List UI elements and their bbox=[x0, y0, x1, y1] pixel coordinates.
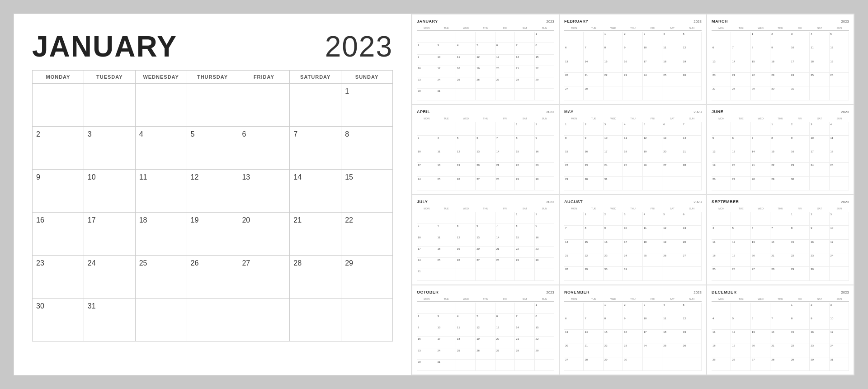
mini-day-cell[interactable]: 11 bbox=[456, 325, 476, 337]
mini-day-cell[interactable]: 22 bbox=[790, 253, 810, 267]
large-day-cell[interactable]: 27 bbox=[238, 256, 290, 299]
mini-day-cell[interactable]: 10 bbox=[790, 45, 810, 59]
large-day-cell[interactable]: 23 bbox=[33, 256, 84, 299]
mini-day-cell[interactable]: 2 bbox=[623, 303, 642, 316]
mini-day-cell[interactable]: 13 bbox=[662, 136, 682, 149]
mini-day-cell[interactable]: 31 bbox=[623, 267, 642, 280]
mini-day-cell[interactable]: 3 bbox=[790, 32, 810, 45]
mini-day-cell[interactable]: 4 bbox=[436, 136, 456, 149]
mini-day-cell[interactable]: 11 bbox=[643, 226, 662, 239]
large-day-cell[interactable]: 19 bbox=[187, 213, 239, 256]
mini-day-cell[interactable]: 13 bbox=[476, 235, 495, 247]
mini-day-cell[interactable]: 19 bbox=[476, 66, 495, 77]
mini-day-cell[interactable]: 9 bbox=[535, 223, 554, 235]
mini-day-cell[interactable]: 2 bbox=[535, 212, 554, 223]
mini-day-cell[interactable]: 14 bbox=[495, 235, 515, 247]
mini-day-cell[interactable]: 29 bbox=[535, 348, 554, 360]
mini-day-cell[interactable]: 24 bbox=[810, 163, 829, 176]
mini-day-cell[interactable]: 15 bbox=[751, 59, 770, 73]
mini-day-cell[interactable]: 3 bbox=[643, 32, 662, 45]
mini-day-cell[interactable]: 1 bbox=[584, 212, 603, 226]
large-day-cell[interactable]: 20 bbox=[238, 213, 290, 256]
mini-day-cell[interactable]: 27 bbox=[731, 177, 750, 190]
large-day-cell[interactable]: 1 bbox=[341, 84, 393, 127]
mini-day-cell[interactable]: 5 bbox=[662, 212, 682, 226]
mini-day-cell[interactable]: 16 bbox=[623, 330, 642, 343]
mini-day-cell[interactable]: 3 bbox=[830, 212, 849, 226]
mini-day-cell[interactable]: 27 bbox=[476, 258, 495, 269]
mini-day-cell[interactable]: 16 bbox=[535, 235, 554, 247]
mini-day-cell[interactable]: 22 bbox=[604, 343, 623, 357]
mini-day-cell[interactable]: 17 bbox=[417, 163, 436, 176]
mini-day-cell[interactable]: 29 bbox=[515, 177, 534, 190]
mini-day-cell[interactable]: 18 bbox=[623, 149, 642, 163]
mini-day-cell[interactable]: 28 bbox=[495, 177, 515, 190]
mini-day-cell[interactable]: 23 bbox=[535, 247, 554, 258]
mini-day-cell[interactable]: 5 bbox=[476, 314, 495, 325]
mini-day-cell[interactable]: 26 bbox=[682, 343, 702, 357]
mini-day-cell[interactable]: 23 bbox=[535, 163, 554, 176]
mini-day-cell[interactable]: 28 bbox=[682, 163, 702, 176]
mini-day-cell[interactable]: 8 bbox=[564, 136, 584, 149]
mini-day-cell[interactable]: 19 bbox=[731, 343, 750, 357]
mini-day-cell[interactable]: 21 bbox=[682, 149, 702, 163]
large-day-cell[interactable]: 21 bbox=[290, 213, 341, 256]
mini-day-cell[interactable]: 6 bbox=[662, 122, 682, 136]
mini-day-cell[interactable]: 21 bbox=[770, 253, 790, 267]
mini-day-cell[interactable]: 6 bbox=[712, 45, 731, 59]
mini-day-cell[interactable]: 16 bbox=[604, 240, 623, 253]
mini-day-cell[interactable]: 24 bbox=[643, 343, 662, 357]
mini-day-cell[interactable]: 10 bbox=[830, 316, 849, 330]
mini-day-cell[interactable]: 30 bbox=[417, 360, 436, 371]
mini-day-cell[interactable]: 28 bbox=[770, 357, 790, 371]
mini-day-cell[interactable]: 19 bbox=[476, 337, 495, 348]
mini-day-cell[interactable]: 16 bbox=[810, 240, 829, 253]
mini-day-cell[interactable]: 18 bbox=[810, 59, 829, 73]
mini-day-cell[interactable]: 9 bbox=[623, 316, 642, 330]
mini-day-cell[interactable]: 12 bbox=[830, 45, 849, 59]
mini-day-cell[interactable]: 25 bbox=[623, 163, 642, 176]
mini-day-cell[interactable]: 19 bbox=[456, 163, 476, 176]
mini-day-cell[interactable]: 15 bbox=[515, 235, 534, 247]
mini-day-cell[interactable]: 3 bbox=[436, 314, 456, 325]
large-day-cell[interactable]: 17 bbox=[84, 213, 136, 256]
mini-day-cell[interactable]: 29 bbox=[515, 258, 534, 269]
mini-day-cell[interactable]: 24 bbox=[790, 73, 810, 86]
mini-day-cell[interactable]: 14 bbox=[682, 136, 702, 149]
mini-day-cell[interactable]: 10 bbox=[436, 55, 456, 66]
mini-day-cell[interactable]: 15 bbox=[564, 149, 584, 163]
mini-day-cell[interactable]: 8 bbox=[751, 45, 770, 59]
mini-day-cell[interactable]: 30 bbox=[535, 177, 554, 190]
mini-day-cell[interactable]: 21 bbox=[770, 343, 790, 357]
mini-day-cell[interactable]: 9 bbox=[810, 316, 829, 330]
mini-day-cell[interactable]: 7 bbox=[515, 314, 534, 325]
mini-day-cell[interactable]: 5 bbox=[456, 136, 476, 149]
mini-day-cell[interactable]: 19 bbox=[662, 240, 682, 253]
mini-day-cell[interactable]: 11 bbox=[436, 235, 456, 247]
mini-day-cell[interactable]: 30 bbox=[810, 267, 829, 280]
mini-day-cell[interactable]: 6 bbox=[476, 136, 495, 149]
mini-day-cell[interactable]: 9 bbox=[604, 226, 623, 239]
mini-day-cell[interactable]: 8 bbox=[535, 314, 554, 325]
mini-day-cell[interactable]: 3 bbox=[417, 223, 436, 235]
mini-day-cell[interactable]: 2 bbox=[417, 43, 436, 54]
mini-day-cell[interactable]: 2 bbox=[417, 314, 436, 325]
mini-day-cell[interactable]: 29 bbox=[770, 177, 790, 190]
mini-day-cell[interactable]: 12 bbox=[456, 149, 476, 163]
mini-day-cell[interactable]: 27 bbox=[662, 163, 682, 176]
mini-day-cell[interactable]: 11 bbox=[712, 330, 731, 343]
mini-day-cell[interactable]: 31 bbox=[436, 360, 456, 371]
mini-day-cell[interactable]: 23 bbox=[584, 163, 603, 176]
mini-day-cell[interactable]: 2 bbox=[810, 303, 829, 316]
mini-day-cell[interactable]: 30 bbox=[417, 89, 436, 100]
mini-day-cell[interactable]: 17 bbox=[623, 240, 642, 253]
mini-day-cell[interactable]: 4 bbox=[662, 32, 682, 45]
mini-day-cell[interactable]: 22 bbox=[564, 163, 584, 176]
mini-day-cell[interactable]: 6 bbox=[751, 316, 770, 330]
mini-day-cell[interactable]: 27 bbox=[712, 86, 731, 100]
mini-day-cell[interactable]: 27 bbox=[564, 86, 584, 100]
mini-day-cell[interactable]: 5 bbox=[456, 223, 476, 235]
large-day-cell[interactable]: 30 bbox=[33, 299, 84, 342]
large-day-cell[interactable]: 6 bbox=[238, 127, 290, 170]
mini-day-cell[interactable]: 21 bbox=[564, 253, 584, 267]
